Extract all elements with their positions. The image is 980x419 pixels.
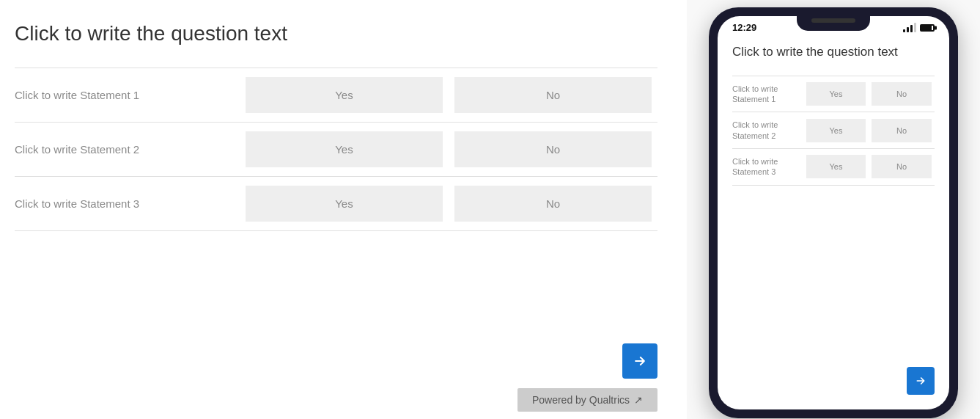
phone-notch — [797, 16, 870, 31]
right-panel: 12:29 Click to write the question text — [687, 0, 980, 419]
battery-fill — [921, 26, 932, 30]
option-cell: Yes — [240, 123, 449, 177]
statement-cell[interactable]: Click to write Statement 3 — [15, 177, 240, 231]
option-cell: No — [449, 123, 657, 177]
option-cell: No — [449, 68, 657, 123]
phone-option-cell: No — [869, 76, 935, 112]
phone-option-cell: No — [869, 148, 935, 185]
yes-button[interactable]: Yes — [246, 77, 443, 113]
option-cell: Yes — [240, 177, 449, 231]
signal-bar-2 — [907, 27, 909, 32]
phone-no-button[interactable]: No — [872, 119, 932, 142]
phone-yes-button[interactable]: Yes — [806, 119, 866, 142]
signal-bars-icon — [903, 23, 916, 32]
no-button[interactable]: No — [454, 131, 652, 167]
phone-content: Click to write the question text Click t… — [718, 36, 949, 193]
question-title[interactable]: Click to write the question text — [15, 22, 657, 45]
external-link-icon: ↗ — [634, 394, 643, 406]
phone-time: 12:29 — [732, 22, 756, 33]
phone-option-cell: No — [869, 112, 935, 149]
signal-bar-1 — [903, 29, 905, 32]
phone-next-button[interactable] — [907, 367, 935, 395]
powered-by-text: Powered by Qualtrics — [532, 394, 630, 406]
phone-yes-button[interactable]: Yes — [806, 155, 866, 178]
no-button[interactable]: No — [454, 77, 652, 113]
status-right-icons — [903, 23, 935, 32]
phone-mockup: 12:29 Click to write the question text — [709, 7, 958, 418]
option-cell: Yes — [240, 68, 449, 123]
phone-statement-cell[interactable]: Click to write Statement 3 — [732, 148, 803, 185]
table-row: Click to write Statement 1YesNo — [732, 76, 935, 112]
signal-bar-4 — [914, 23, 916, 32]
phone-option-cell: Yes — [803, 148, 869, 185]
yes-button[interactable]: Yes — [246, 131, 443, 167]
statement-cell[interactable]: Click to write Statement 2 — [15, 123, 240, 177]
phone-statement-cell[interactable]: Click to write Statement 2 — [732, 112, 803, 149]
phone-option-cell: Yes — [803, 76, 869, 112]
left-panel: Click to write the question text Click t… — [0, 0, 687, 419]
phone-screen: 12:29 Click to write the question text — [718, 16, 949, 409]
phone-no-button[interactable]: No — [872, 155, 932, 178]
battery-icon — [920, 24, 935, 32]
phone-option-cell: Yes — [803, 112, 869, 149]
phone-question-title[interactable]: Click to write the question text — [732, 43, 935, 61]
phone-statement-cell[interactable]: Click to write Statement 1 — [732, 76, 803, 112]
signal-bar-3 — [910, 25, 913, 32]
matrix-table: Click to write Statement 1YesNoClick to … — [15, 68, 657, 231]
phone-yes-button[interactable]: Yes — [806, 82, 866, 106]
statement-cell[interactable]: Click to write Statement 1 — [15, 68, 240, 123]
powered-by-badge: Powered by Qualtrics ↗ — [517, 388, 657, 412]
table-row: Click to write Statement 3YesNo — [732, 148, 935, 185]
phone-speaker — [811, 18, 855, 23]
next-button[interactable] — [622, 343, 657, 379]
table-row: Click to write Statement 2YesNo — [15, 123, 657, 177]
yes-button[interactable]: Yes — [246, 186, 443, 222]
phone-no-button[interactable]: No — [872, 82, 932, 106]
table-row: Click to write Statement 3YesNo — [15, 177, 657, 231]
no-button[interactable]: No — [454, 186, 652, 222]
table-row: Click to write Statement 2YesNo — [732, 112, 935, 149]
table-row: Click to write Statement 1YesNo — [15, 68, 657, 123]
phone-matrix-table: Click to write Statement 1YesNoClick to … — [732, 76, 935, 186]
option-cell: No — [449, 177, 657, 231]
